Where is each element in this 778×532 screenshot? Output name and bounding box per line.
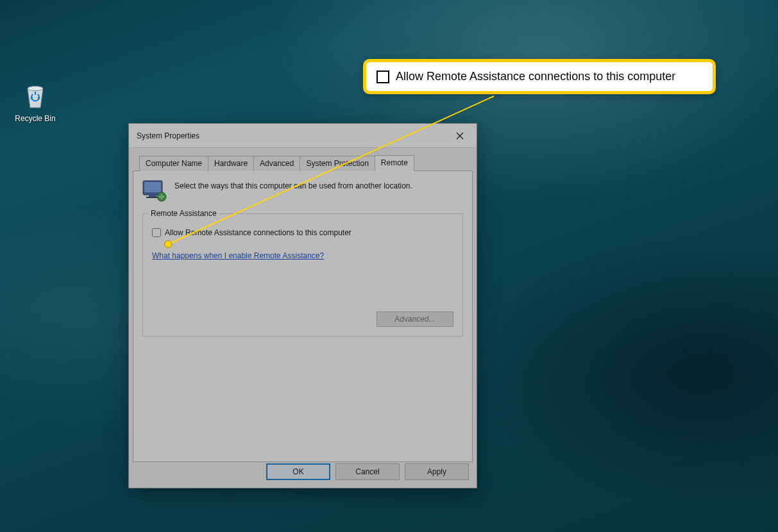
remote-assistance-group: Remote Assistance Allow Remote Assistanc… [142, 213, 463, 337]
dialog-button-row: OK Cancel Apply [266, 463, 469, 480]
intro-row: Select the ways that this computer can b… [142, 180, 463, 202]
callout-anchor-dot [164, 240, 172, 248]
tab-remote[interactable]: Remote [375, 155, 414, 171]
close-icon [456, 132, 464, 140]
tab-advanced[interactable]: Advanced [253, 156, 300, 171]
callout-balloon: Allow Remote Assistance connections to t… [363, 59, 716, 94]
remote-monitor-icon [142, 180, 168, 202]
group-legend: Remote Assistance [148, 209, 219, 218]
tab-strip: Computer Name Hardware Advanced System P… [133, 148, 473, 171]
callout-checkbox-icon [376, 71, 389, 83]
svg-rect-2 [144, 182, 161, 192]
tab-hardware[interactable]: Hardware [208, 156, 254, 171]
tab-page-remote: Select the ways that this computer can b… [133, 171, 473, 462]
dialog-title: System Properties [137, 131, 199, 140]
remote-assistance-help-link[interactable]: What happens when I enable Remote Assist… [152, 251, 453, 260]
callout-text: Allow Remote Assistance connections to t… [396, 70, 675, 83]
allow-remote-assistance-checkbox-row[interactable]: Allow Remote Assistance connections to t… [152, 228, 453, 237]
desktop-icon-recycle-bin[interactable]: Recycle Bin [12, 81, 59, 123]
tab-system-protection[interactable]: System Protection [300, 156, 375, 171]
system-properties-dialog: System Properties Computer Name Hardware… [128, 123, 477, 488]
allow-remote-assistance-label: Allow Remote Assistance connections to t… [165, 228, 351, 237]
svg-rect-3 [149, 195, 156, 197]
cancel-button[interactable]: Cancel [335, 463, 400, 480]
advanced-button: Advanced... [376, 312, 453, 327]
tab-computer-name[interactable]: Computer Name [139, 156, 208, 171]
close-button[interactable] [447, 127, 473, 145]
ok-button[interactable]: OK [266, 463, 330, 480]
svg-point-5 [157, 192, 166, 201]
recycle-bin-icon [20, 81, 51, 112]
apply-button[interactable]: Apply [405, 463, 469, 480]
desktop-icon-label: Recycle Bin [12, 114, 59, 123]
svg-point-0 [28, 87, 43, 91]
dialog-titlebar[interactable]: System Properties [129, 124, 477, 148]
allow-remote-assistance-checkbox[interactable] [152, 228, 161, 237]
intro-text: Select the ways that this computer can b… [174, 180, 412, 190]
